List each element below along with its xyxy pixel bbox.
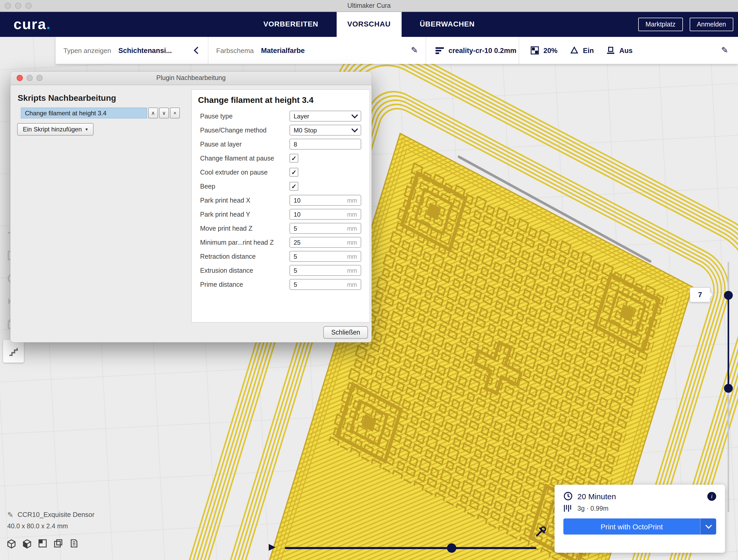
field-label: Move print head Z <box>200 225 290 232</box>
view-type-label: Typen anzeigen <box>63 46 111 54</box>
edit-color-scheme-icon[interactable]: ✎ <box>411 46 418 55</box>
view-cube-face-icon[interactable] <box>22 538 32 549</box>
field-label: Minimum par...rint head Z <box>200 239 290 246</box>
logo-dot: . <box>46 16 51 32</box>
field-label: Cool extruder on pause <box>200 168 290 176</box>
prime-distance-input[interactable]: 5mm <box>290 279 361 290</box>
support-value: Ein <box>583 46 594 54</box>
field-label: Pause/Change method <box>200 126 290 134</box>
move-script-down-button[interactable]: ∨ <box>159 107 169 118</box>
print-time-estimate: 20 Minuten <box>578 492 703 501</box>
chevron-down-icon <box>351 112 358 118</box>
retraction-distance-input[interactable]: 5mm <box>290 251 361 262</box>
field-row: Minimum par...rint head Z 25mm <box>192 235 370 249</box>
field-row: Move print head Z 5mm <box>192 221 370 235</box>
sign-in-button[interactable]: Anmelden <box>689 17 733 31</box>
field-label: Park print head Y <box>200 211 290 218</box>
dialog-close-button[interactable] <box>17 75 23 81</box>
chevron-down-icon <box>351 126 358 132</box>
layer-slider-range[interactable] <box>728 295 729 388</box>
info-icon[interactable]: i <box>707 492 716 501</box>
dialog-minimize-button[interactable] <box>26 75 33 81</box>
infill-value: 20% <box>543 46 558 54</box>
color-scheme-value[interactable]: Materialfarbe <box>261 46 305 54</box>
app-header: cura. VORBEREITEN VORSCHAU ÜBERWACHEN Ma… <box>0 11 738 37</box>
pause-method-select[interactable]: M0 Stop <box>290 125 361 136</box>
chevron-left-icon[interactable] <box>194 47 201 54</box>
add-script-label: Ein Skript hinzufügen <box>23 126 82 133</box>
close-window-button[interactable] <box>5 3 11 9</box>
macos-titlebar: Ultimaker Cura <box>0 0 738 12</box>
marketplace-button[interactable]: Marktplatz <box>638 17 683 31</box>
active-script-item[interactable]: Change filament at height 3.4 <box>21 107 147 118</box>
minimum-park-head-z-input[interactable]: 25mm <box>290 237 361 248</box>
field-label: Extrusion distance <box>200 267 290 274</box>
park-head-y-input[interactable]: 10mm <box>290 209 361 220</box>
stage-tabs: VORBEREITEN VORSCHAU ÜBERWACHEN <box>249 11 489 37</box>
application-window: 7 ▶ ✎ CCR10_Exquisite Densor 40.0 x 80.0… <box>0 0 738 560</box>
field-row: Pause type Layer <box>192 109 370 123</box>
minimize-window-button[interactable] <box>15 3 21 9</box>
overlap-squares-icon[interactable] <box>53 538 63 549</box>
object-view-icons <box>6 538 79 549</box>
view-type-value[interactable]: Schichtenansi... <box>118 46 172 54</box>
remove-script-button[interactable]: × <box>170 107 180 118</box>
view-cube-solid-icon[interactable] <box>6 538 17 549</box>
view-toolbar: Typen anzeigen Schichtenansi... Farbsche… <box>56 37 738 64</box>
chevron-down-icon <box>705 522 712 529</box>
rename-model-icon[interactable]: ✎ <box>7 511 13 518</box>
layer-slider-lower-handle[interactable] <box>724 384 733 393</box>
play-button[interactable]: ▶ <box>269 542 276 551</box>
print-with-octoprint-button[interactable]: Print with OctoPrint <box>564 518 700 535</box>
infill-setting[interactable]: 20% <box>530 46 558 55</box>
playback-slider-track[interactable] <box>285 547 536 549</box>
printer-profile-value[interactable]: creality-cr-10 0.2mm <box>448 46 516 54</box>
layer-indicator-tooltip: 7 <box>690 287 710 302</box>
park-head-x-input[interactable]: 10mm <box>290 195 361 206</box>
layer-slider-upper-handle[interactable] <box>724 291 733 300</box>
dialog-window-controls <box>17 75 43 81</box>
dialog-zoom-button[interactable] <box>36 75 43 81</box>
playback-slider-handle[interactable] <box>447 543 456 553</box>
view-type-section[interactable]: Typen anzeigen Schichtenansi... <box>56 37 209 64</box>
print-settings-section[interactable]: creality-cr-10 0.2mm 20% Ein Aus ✎ <box>426 37 738 64</box>
pause-type-select[interactable]: Layer <box>290 111 361 121</box>
view-cube-corner-icon[interactable] <box>37 538 48 549</box>
support-blocker-button[interactable] <box>3 340 24 363</box>
beep-checkbox[interactable]: ✓ <box>290 182 298 191</box>
field-row: Pause at layer 8 <box>192 137 370 151</box>
move-script-up-button[interactable]: ∧ <box>148 107 158 118</box>
print-options-dropdown[interactable] <box>700 518 716 535</box>
adhesion-setting[interactable]: Aus <box>606 46 633 55</box>
tab-prepare[interactable]: VORBEREITEN <box>253 11 329 37</box>
dialog-titlebar[interactable]: Plugin Nachbearbeitung <box>10 72 372 85</box>
adhesion-value: Aus <box>619 46 633 54</box>
field-label: Pause at layer <box>200 140 290 148</box>
close-dialog-button[interactable]: Schließen <box>324 326 368 339</box>
move-head-z-input[interactable]: 5mm <box>290 223 361 234</box>
post-processing-dialog: Plugin Nachbearbeitung Skripts Nachbearb… <box>10 72 372 342</box>
cool-extruder-checkbox[interactable]: ✓ <box>290 168 298 177</box>
edit-print-settings-icon[interactable]: ✎ <box>721 46 728 55</box>
color-scheme-section[interactable]: Farbschema Materialfarbe ✎ <box>209 37 426 64</box>
adhesion-icon <box>606 46 615 55</box>
layer-steps-icon <box>8 346 19 357</box>
tab-preview[interactable]: VORSCHAU <box>337 11 402 37</box>
support-setting[interactable]: Ein <box>570 46 594 55</box>
pause-at-layer-input[interactable]: 8 <box>290 139 361 150</box>
zoom-window-button[interactable] <box>25 3 32 9</box>
field-label: Beep <box>200 182 290 190</box>
change-filament-checkbox[interactable]: ✓ <box>290 154 298 163</box>
tab-monitor[interactable]: ÜBERWACHEN <box>409 11 485 37</box>
model-dimensions: 40.0 x 80.0 x 2.4 mm <box>7 523 95 530</box>
add-script-dropdown[interactable]: Ein Skript hinzufügen ▾ <box>17 123 93 136</box>
field-row: Cool extruder on pause ✓ <box>192 165 370 179</box>
field-label: Change filament at pause <box>200 154 290 162</box>
infill-icon <box>530 46 539 55</box>
pages-icon[interactable] <box>69 538 79 549</box>
print-button-group: Print with OctoPrint <box>564 518 716 535</box>
wrench-button[interactable] <box>534 526 547 540</box>
extrusion-distance-input[interactable]: 5mm <box>290 265 361 276</box>
script-settings-panel: Change filament at height 3.4 Pause type… <box>191 89 370 323</box>
print-summary-panel: 20 Minuten i 3g · 0.99m Print with OctoP… <box>555 485 725 553</box>
